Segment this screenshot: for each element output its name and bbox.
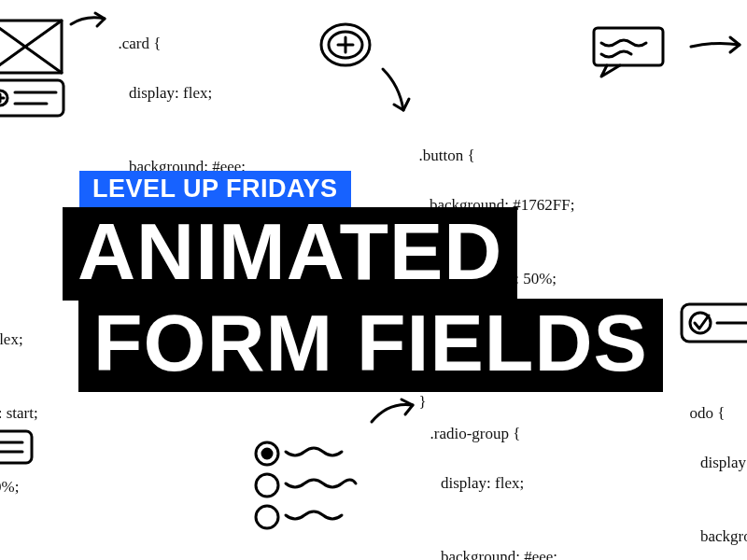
code-snippet-radio: .radio-group { display: flex; background…	[422, 398, 587, 560]
arrow-icon	[689, 32, 747, 60]
code-line: y: flex;	[0, 328, 38, 352]
card-sketch	[0, 15, 86, 127]
svg-rect-3	[0, 80, 63, 116]
thumbnail-graphic: { "eyebrow": "LEVEL UP FRIDAYS", "title_…	[0, 0, 747, 560]
svg-point-22	[256, 474, 278, 497]
code-line: background: #eee;	[422, 545, 587, 560]
code-snippet-todo: odo { display: fle backgroun width: 100 …	[682, 377, 747, 560]
code-selector: .radio-group {	[430, 425, 521, 442]
svg-point-21	[262, 449, 272, 458]
code-selector: .button {	[419, 147, 475, 164]
code-selector: .card {	[119, 35, 162, 52]
chat-bubble-sketch	[588, 22, 682, 90]
arrow-icon	[375, 63, 422, 123]
headline-line-1: ANIMATED	[63, 207, 517, 301]
svg-point-23	[256, 506, 278, 528]
code-line: backgroun	[682, 525, 747, 549]
code-line: display: fle	[682, 451, 747, 475]
code-line: 100%;	[0, 475, 38, 499]
code-selector: odo {	[690, 404, 726, 422]
svg-rect-13	[594, 28, 663, 65]
arrow-icon	[67, 6, 114, 32]
code-line: display: flex;	[422, 471, 587, 496]
checkbox-sketch	[678, 297, 747, 353]
code-snippet-partial-left: y: flex; ign: start; 100%;	[0, 278, 38, 524]
radio-list-sketch	[250, 437, 381, 539]
series-eyebrow: LEVEL UP FRIDAYS	[79, 171, 351, 209]
code-line: ign: start;	[0, 401, 38, 426]
plus-circle-sketch	[314, 17, 379, 73]
headline-line-2: FORM FIELDS	[78, 299, 663, 392]
code-line: display: flex;	[110, 81, 275, 105]
